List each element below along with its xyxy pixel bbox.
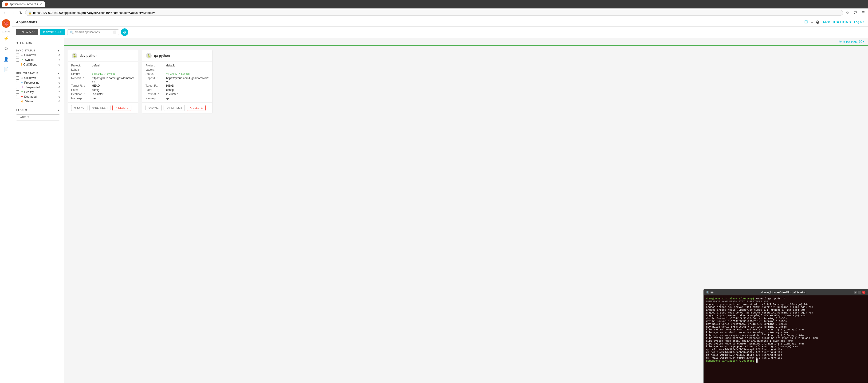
tab-close-btn[interactable]: ✕ <box>39 2 42 6</box>
qa-python-synced-badge: ✓ Synced <box>178 72 190 75</box>
qa-python-delete-button[interactable]: ✕ DELETE <box>187 105 206 111</box>
dev-python-title: dev-python <box>80 54 97 58</box>
bookmark-button[interactable]: ☆ <box>844 10 850 15</box>
outofsync-icon: ! <box>21 63 22 66</box>
lock-icon: 🔒 <box>28 11 32 14</box>
filter-title: FILTERS <box>20 41 32 45</box>
filter-outofsync-checkbox[interactable] <box>16 63 19 66</box>
terminal-cursor <box>756 359 757 362</box>
labels-input[interactable] <box>16 114 60 120</box>
dev-python-path: config <box>92 88 135 92</box>
terminal-row: argocd argocd-redis-79bdbdf78f-69p56 1/1… <box>706 309 865 311</box>
filter-header: ▼ FILTERS <box>12 40 64 46</box>
back-button[interactable]: ← <box>2 10 8 15</box>
terminal-command: kubectl get pods -A <box>756 297 785 300</box>
filter-degraded: ♥ Degraded 0 <box>12 94 64 99</box>
shield-button[interactable]: 🛡 <box>852 10 859 15</box>
labels-header[interactable]: LABELS ▲ <box>12 108 64 112</box>
terminal-menu-btn[interactable]: ☰ <box>710 291 714 294</box>
dev-python-delete-button[interactable]: ✕ DELETE <box>112 105 131 111</box>
terminal-right-buttons: − □ ✕ <box>854 291 865 294</box>
list-view-button[interactable]: ≡ <box>811 20 813 25</box>
terminal-search-btn[interactable]: 🔍 <box>706 291 709 294</box>
qa-python-path: config <box>166 88 209 92</box>
dev-python-header[interactable]: 🐍 dev-python <box>68 50 138 62</box>
search-box: 🔍 / <box>67 29 119 35</box>
unknown-health-label: Unknown <box>24 76 36 80</box>
items-per-page[interactable]: Items per page: 10 ▾ <box>64 38 868 45</box>
url-input[interactable] <box>33 11 840 14</box>
health-status-section: HEALTH STATUS ▲ ○ Unknown 0 <box>12 69 64 106</box>
qa-target-key: Target R...: <box>146 84 164 88</box>
sidebar-item-apps[interactable]: ⚡ <box>1 34 11 43</box>
filter-missing-checkbox[interactable] <box>16 100 19 103</box>
qa-python-target-row: Target R...: HEAD <box>146 83 209 88</box>
labels-section: LABELS ▲ <box>12 106 64 124</box>
terminal-row: dev hello-world-5754fc5b55-9fllb 1/1 Run… <box>706 323 865 325</box>
qa-python-sync-button[interactable]: ⟳ SYNC <box>146 105 162 111</box>
dev-python-refresh-button[interactable]: ⟳ REFRESH <box>89 105 111 111</box>
svg-text:🐍: 🐍 <box>73 54 77 58</box>
sync-apps-button[interactable]: ⟳ SYNC APPS <box>40 29 65 35</box>
project-key: Project: <box>71 64 90 67</box>
dev-python-dest: in-cluster <box>92 93 135 96</box>
terminal-row: argocd argocd-server-bdc697879-pf9jf 1/1… <box>706 314 865 317</box>
reload-button[interactable]: ↻ <box>18 10 24 15</box>
sidebar-item-docs[interactable]: 📄 <box>1 65 11 74</box>
sidebar-item-user[interactable]: 👤 <box>1 55 11 64</box>
qa-python-status-badges: ♥ Healthy ✓ Synced <box>166 72 190 75</box>
qa-dest-key: Destinat...: <box>146 93 164 96</box>
terminal-command-line: dome@dome-VirtualBox:~/Desktop$ kubectl … <box>706 297 865 300</box>
menu-button[interactable]: ☰ <box>860 10 866 15</box>
terminal-body[interactable]: dome@dome-VirtualBox:~/Desktop$ kubectl … <box>704 295 868 383</box>
terminal-row: dev hello-world-5754fc5b55-665g7 1/1 Run… <box>706 320 865 323</box>
filter-synced-checkbox[interactable] <box>16 58 19 62</box>
qa-labels-key: Labels: <box>146 68 164 71</box>
terminal-close-btn[interactable]: ✕ <box>862 291 865 294</box>
terminal-row: kube-system kube-controller-manager-mini… <box>706 337 865 340</box>
dev-python-icon: 🐍 <box>71 53 78 59</box>
qa-python-healthy-badge: ♥ Healthy <box>166 73 177 75</box>
filter-unknown-sync-checkbox[interactable] <box>16 54 19 57</box>
terminal-row: qa hello-world-5754fc5b55-nwsp2 1/1 Runn… <box>706 348 865 351</box>
grid-view-button[interactable]: ⊞ <box>804 19 808 25</box>
degraded-count: 0 <box>56 95 60 98</box>
qa-python-actions: ⟳ SYNC ⟳ REFRESH ✕ DELETE <box>142 102 212 113</box>
filter-healthy-checkbox[interactable] <box>16 91 19 94</box>
active-tab[interactable]: Applications - Argo CD ✕ <box>2 1 45 7</box>
filter-unknown-health: ○ Unknown 0 <box>12 76 64 80</box>
health-status-header[interactable]: HEALTH STATUS ▲ <box>12 71 64 76</box>
dev-python-status-badges: ♥ Healthy ✓ Synced <box>92 72 115 75</box>
sidebar-item-settings[interactable]: ⚙ <box>1 44 11 54</box>
filter-suspended-checkbox[interactable] <box>16 86 19 89</box>
dev-python-ns-row: Namesp...: dev <box>71 96 135 101</box>
terminal-row: argocd argocd-repo-server-b6f8cdc6f-x2rl… <box>706 311 865 314</box>
qa-python-header[interactable]: 🐍 qa-python <box>142 50 212 62</box>
qa-python-title: qa-python <box>154 54 170 58</box>
dev-python-path-row: Path: config <box>71 88 135 92</box>
new-tab-button[interactable]: + <box>46 2 49 7</box>
suspended-label: Suspended <box>25 86 40 89</box>
filter-progressing: ○ Progressing 0 <box>12 80 64 85</box>
qa-python-repo-row: Reposit...: https://github.com/lugosidom… <box>146 76 209 83</box>
progressing-label: Progressing <box>24 81 39 84</box>
search-input[interactable] <box>75 31 112 34</box>
new-app-button[interactable]: + NEW APP <box>16 29 38 35</box>
app-header: Applications ⊞ ≡ ◕ APPLICATIONS Log out <box>12 18 868 27</box>
forward-button[interactable]: → <box>10 10 17 15</box>
logout-button[interactable]: Log out <box>854 20 864 24</box>
terminal-row: qa hello-world-5754fc5b55-zwxmk 1/1 Runn… <box>706 356 865 359</box>
filter-progressing-checkbox[interactable] <box>16 81 19 84</box>
sync-status-header[interactable]: SYNC STATUS ▲ <box>12 48 64 53</box>
filter-suspended: ⏸ Suspended 0 <box>12 85 64 90</box>
filter-unknown-health-checkbox[interactable] <box>16 76 19 80</box>
filter-degraded-checkbox[interactable] <box>16 95 19 98</box>
chart-view-button[interactable]: ◕ <box>816 19 819 25</box>
terminal-row: argocd argocd-dex-server-59d44b9f99-9xxz… <box>706 306 865 309</box>
qa-python-refresh-button[interactable]: ⟳ REFRESH <box>163 105 185 111</box>
terminal-minimize-btn[interactable]: − <box>854 291 857 294</box>
unknown-sync-count: 0 <box>56 54 60 57</box>
dev-python-sync-button[interactable]: ⟳ SYNC <box>71 105 87 111</box>
filter-toggle-button[interactable]: ⚙ <box>121 28 128 36</box>
terminal-maximize-btn[interactable]: □ <box>858 291 861 294</box>
